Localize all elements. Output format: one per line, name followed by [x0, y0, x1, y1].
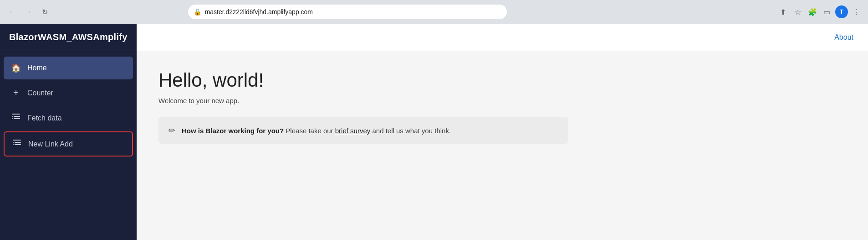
sidebar-nav: 🏠 Home + Counter Fetch data — [0, 51, 137, 162]
secure-icon: 🔒 — [194, 8, 201, 16]
browser-chrome: ← → ↻ 🔒 master.d2z22ild6fvjhd.amplifyapp… — [0, 0, 868, 24]
survey-banner: ✏ How is Blazor working for you? Please … — [158, 117, 568, 144]
svg-rect-4 — [12, 118, 13, 119]
content-area: Hello, world! Welcome to your new app. ✏… — [137, 51, 868, 162]
sidebar-item-fetch-data[interactable]: Fetch data — [4, 106, 133, 130]
sidebar-toggle-button[interactable]: ▭ — [821, 5, 833, 18]
svg-rect-6 — [15, 142, 21, 143]
sidebar-item-fetch-data-label: Fetch data — [27, 114, 62, 122]
home-icon: 🏠 — [11, 63, 21, 73]
address-bar[interactable]: 🔒 master.d2z22ild6fvjhd.amplifyapp.com — [188, 5, 507, 19]
share-button[interactable]: ⬆ — [777, 5, 790, 18]
app-container: BlazorWASM_AWSAmplify 🏠 Home + Counter — [0, 24, 868, 240]
fetch-data-icon — [11, 113, 21, 123]
reload-button[interactable]: ↻ — [38, 5, 51, 18]
browser-actions: ⬆ ☆ 🧩 ▭ T ⋮ — [777, 5, 863, 18]
counter-icon: + — [11, 88, 21, 98]
survey-link[interactable]: brief survey — [335, 127, 371, 135]
svg-rect-2 — [12, 116, 13, 117]
sidebar-item-home[interactable]: 🏠 Home — [4, 57, 133, 79]
sidebar-item-home-label: Home — [27, 64, 47, 72]
bookmark-button[interactable]: ☆ — [791, 5, 804, 18]
new-link-add-icon — [12, 139, 22, 149]
main-content: About Hello, world! Welcome to your new … — [137, 24, 868, 240]
top-nav: About — [137, 24, 868, 51]
menu-button[interactable]: ⋮ — [850, 5, 863, 18]
page-title: Hello, world! — [158, 69, 846, 91]
extensions-button[interactable]: 🧩 — [806, 5, 819, 18]
sidebar-brand: BlazorWASM_AWSAmplify — [0, 24, 137, 51]
profile-button[interactable]: T — [835, 5, 848, 18]
back-button[interactable]: ← — [5, 5, 18, 18]
url-text: master.d2z22ild6fvjhd.amplifyapp.com — [205, 8, 313, 16]
pencil-icon: ✏ — [168, 125, 175, 136]
survey-pre-link: Please take our — [284, 127, 335, 135]
svg-rect-1 — [14, 116, 20, 117]
forward-button[interactable]: → — [22, 5, 35, 18]
sidebar-item-counter[interactable]: + Counter — [4, 81, 133, 104]
svg-rect-9 — [13, 144, 14, 145]
sidebar-item-counter-label: Counter — [27, 89, 53, 97]
survey-suffix: and tell us what you think. — [370, 127, 451, 135]
sidebar: BlazorWASM_AWSAmplify 🏠 Home + Counter — [0, 24, 137, 240]
survey-bold-text: How is Blazor working for you? — [182, 127, 284, 135]
svg-rect-3 — [14, 118, 20, 119]
svg-rect-8 — [15, 144, 21, 145]
svg-rect-7 — [13, 142, 14, 143]
svg-rect-5 — [13, 140, 21, 141]
page-subtitle: Welcome to your new app. — [158, 97, 846, 104]
svg-rect-0 — [12, 114, 20, 115]
sidebar-item-new-link-add-label: New Link Add — [28, 140, 73, 148]
survey-text: How is Blazor working for you? Please ta… — [182, 127, 451, 135]
about-link[interactable]: About — [834, 33, 853, 42]
sidebar-item-new-link-add[interactable]: New Link Add — [4, 131, 133, 157]
